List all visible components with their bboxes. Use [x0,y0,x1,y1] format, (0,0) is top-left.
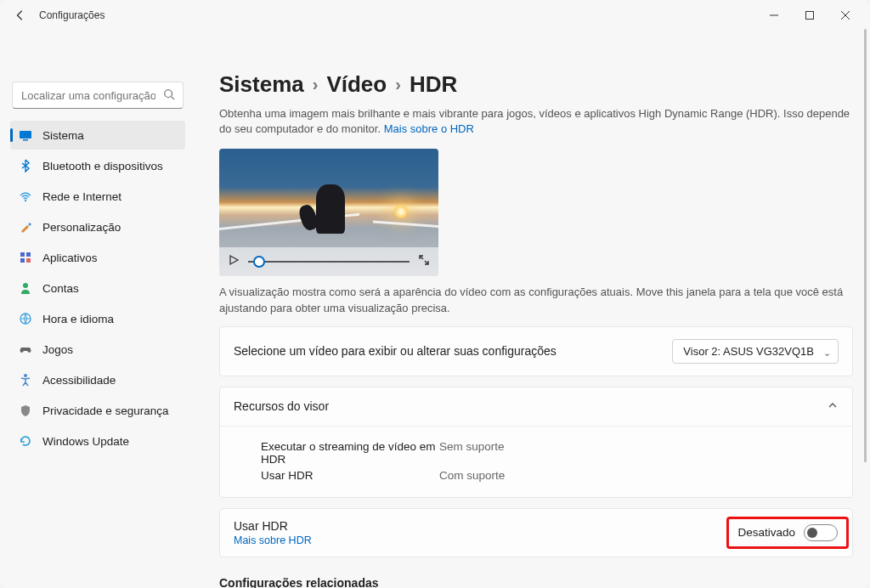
features-title: Recursos do visor [234,399,329,413]
sidebar-item-acessibilidade[interactable]: Acessibilidade [10,365,185,394]
minimize-button[interactable] [756,2,792,29]
more-about-hdr-link[interactable]: Mais sobre o HDR [384,122,474,135]
video-preview [219,149,438,276]
sidebar-item-label: Windows Update [42,435,129,448]
close-icon [840,10,850,20]
chevron-right-icon: › [313,75,319,94]
maximize-button[interactable] [792,2,828,29]
feature-value: Sem suporte [439,440,505,466]
titlebar: Configurações [0,0,870,31]
bluetooth-icon [19,159,32,172]
accessibility-icon [19,373,32,387]
svg-point-8 [25,200,26,201]
preview-caption: A visualização mostra como será a aparên… [219,285,853,315]
scrollbar[interactable] [862,29,867,583]
content: Sistema › Vídeo › HDR Obtenha uma imagem… [195,31,870,588]
svg-rect-11 [20,258,25,263]
breadcrumb-seg-video[interactable]: Vídeo [326,71,387,98]
sidebar-item-label: Hora e idioma [42,313,114,325]
use-hdr-card: Usar HDR Mais sobre HDR Desativado [219,508,853,557]
person-icon [19,281,32,295]
sidebar-item-label: Aplicativos [42,252,98,264]
feature-row: Usar HDR Com suporte [261,469,839,482]
sidebar-item-personalização[interactable]: Personalização [10,212,185,241]
svg-point-13 [23,283,28,288]
globe-clock-icon [19,312,32,325]
related-heading: Configurações relacionadas [219,576,853,588]
settings-window: Configurações Sistema Bluetooth e dispos… [0,0,870,588]
svg-line-5 [172,97,175,100]
search-icon [163,88,175,104]
svg-rect-7 [23,139,28,141]
more-about-hdr-link-2[interactable]: Mais sobre HDR [234,534,312,546]
shield-icon [19,404,32,417]
play-icon[interactable] [228,254,240,269]
apps-icon [19,251,32,264]
search-input[interactable] [12,82,184,109]
gamepad-icon [19,342,32,356]
maximize-icon [805,10,815,20]
display-select-label: Selecione um vídeo para exibir ou altera… [234,344,556,358]
brush-icon [19,220,32,234]
fullscreen-icon[interactable] [418,254,430,269]
svg-rect-9 [20,252,25,257]
display-select-value: Visor 2: ASUS VG32VQ1B [683,345,814,358]
desc-text: Obtenha uma imagem mais brilhante e mais… [219,107,850,135]
breadcrumb: Sistema › Vídeo › HDR [219,71,853,98]
display-features-header[interactable]: Recursos do visor [220,387,852,427]
nav-list: Sistema Bluetooth e dispositivos Rede e … [7,121,189,455]
svg-point-15 [24,374,27,377]
window-title: Configurações [39,9,105,21]
sidebar-item-label: Rede e Internet [42,190,121,203]
sidebar-item-label: Privacidade e segurança [42,404,169,417]
close-button[interactable] [828,2,863,29]
chevron-up-icon [827,399,839,414]
minimize-icon [769,10,779,20]
sidebar-item-sistema[interactable]: Sistema [10,121,185,150]
feature-row: Executar o streaming de vídeo em HDR Sem… [261,440,839,466]
toggle-state-label: Desativado [737,526,795,539]
sidebar-item-bluetooth[interactable]: Bluetooth e dispositivos [10,151,185,180]
sidebar-item-hora[interactable]: Hora e idioma [10,304,185,333]
display-select-dropdown[interactable]: Visor 2: ASUS VG32VQ1B ⌄ [672,339,839,364]
sidebar-item-jogos[interactable]: Jogos [10,335,185,364]
sidebar-item-contas[interactable]: Contas [10,274,185,302]
highlight-box: Desativado [726,517,849,549]
arrow-left-icon [14,9,26,21]
use-hdr-title: Usar HDR [234,519,312,533]
sidebar-item-label: Personalização [42,221,121,234]
sidebar-item-label: Contas [42,282,79,295]
svg-rect-12 [26,258,31,263]
sidebar-item-label: Acessibilidade [42,374,116,387]
display-features-card: Recursos do visor Executar o streaming d… [219,387,853,498]
header-description: Obtenha uma imagem mais brilhante e mais… [219,106,853,137]
sidebar-item-privacidade[interactable]: Privacidade e segurança [10,396,185,425]
feature-value: Com suporte [439,469,505,482]
timeline-slider[interactable] [248,261,410,263]
svg-rect-1 [806,12,814,20]
svg-point-4 [165,90,172,98]
display-select-card: Selecione um vídeo para exibir ou altera… [219,326,853,376]
sidebar-item-label: Sistema [42,129,84,142]
display-icon [19,128,32,142]
breadcrumb-seg-hdr: HDR [410,71,457,98]
wifi-icon [19,189,32,203]
feature-label: Usar HDR [261,469,439,482]
feature-label: Executar o streaming de vídeo em HDR [261,440,439,466]
breadcrumb-seg-sistema[interactable]: Sistema [219,71,304,98]
sidebar-item-update[interactable]: Windows Update [10,427,185,455]
use-hdr-toggle[interactable] [804,524,838,541]
chevron-down-icon: ⌄ [823,348,831,359]
chevron-right-icon: › [395,75,401,94]
sidebar-item-label: Jogos [42,343,73,356]
svg-rect-10 [26,252,31,257]
preview-controls [219,247,438,276]
sidebar-item-label: Bluetooth e dispositivos [42,160,163,172]
svg-rect-6 [20,131,31,139]
sidebar: Sistema Bluetooth e dispositivos Rede e … [0,31,195,588]
sidebar-item-rede[interactable]: Rede e Internet [10,182,185,211]
update-icon [19,434,32,448]
back-button[interactable] [7,2,34,29]
sidebar-item-aplicativos[interactable]: Aplicativos [10,243,185,272]
